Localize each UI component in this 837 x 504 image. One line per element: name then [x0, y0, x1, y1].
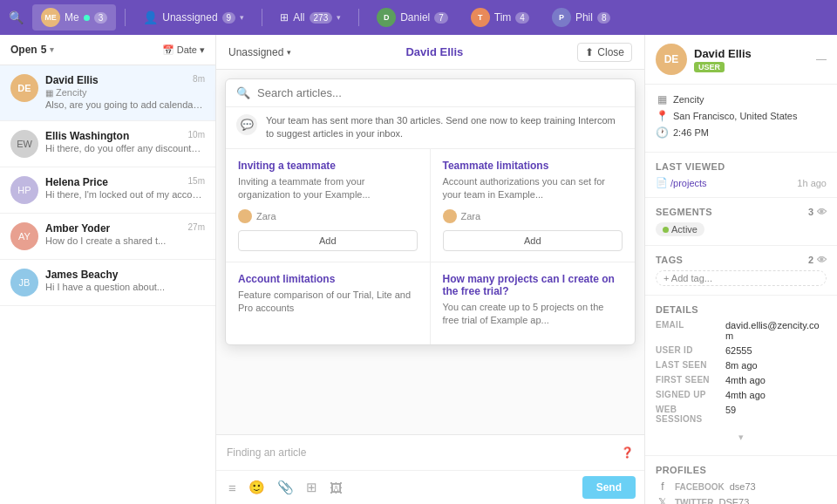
author-avatar — [238, 209, 252, 223]
signedup-label: SIGNED UP — [656, 390, 725, 399]
text-format-button[interactable]: ≡ — [225, 479, 240, 497]
emoji-button[interactable]: 🙂 — [245, 478, 269, 497]
lastseen-value: 8m ago — [725, 360, 758, 371]
nav-tab-phil-label: Phil — [575, 11, 593, 24]
add-tag-button[interactable]: + Add tag... — [656, 270, 827, 286]
article-title[interactable]: How many projects can I create on the fr… — [443, 273, 623, 297]
detail-lastseen-row: LAST SEEN 8m ago — [656, 360, 827, 371]
article-title[interactable]: Inviting a teammate — [238, 160, 418, 172]
nav-tab-unassigned-label: Unassigned — [162, 11, 217, 24]
tags-count: 2 👁 — [808, 255, 827, 265]
details-label: Details — [656, 304, 698, 315]
nav-avatar-me: ME — [41, 8, 60, 27]
nav-tab-tim[interactable]: T Tim 4 — [462, 4, 538, 31]
expand-details-button[interactable]: ▾ — [656, 428, 827, 446]
conversation-item[interactable]: AY Amber Yoder 27m How do I create a sha… — [0, 214, 215, 260]
last-viewed-path[interactable]: 📄 /projects — [656, 177, 707, 188]
chevron-down-icon-2: ▾ — [337, 13, 341, 22]
conversation-time: 27m — [188, 222, 205, 232]
detail-email-row: EMAIL david.ellis@zencity.com — [656, 320, 827, 341]
image-button[interactable]: 🖼 — [326, 479, 346, 497]
main-container: Open 5 ▾ 📅 Date ▾ DE David Ellis 8m — [0, 35, 837, 504]
conversation-item[interactable]: DE David Ellis 8m ▦ Zencity Also, are yo… — [0, 65, 215, 121]
company-icon: ▦ — [45, 88, 53, 98]
last-viewed-row: 📄 /projects 1h ago — [656, 177, 827, 188]
path-value: /projects — [670, 178, 707, 188]
attach-button[interactable]: 📎 — [274, 478, 297, 497]
article-add-button[interactable]: Add — [443, 230, 623, 251]
conversation-body: Helena Price 15m Hi there, I'm locked ou… — [45, 176, 205, 204]
time-value: 2:46 PM — [673, 127, 709, 138]
notice-text: Your team has sent more than 30 articles… — [266, 114, 624, 141]
chat-toolbar: ≡ 🙂 📎 ⊞ 🖼 Send — [216, 470, 644, 504]
calendar-icon: 📅 — [162, 44, 174, 56]
right-panel: DE David Ellis USER — ▦ Zencity 📍 San Fr… — [645, 35, 837, 504]
conversation-item[interactable]: HP Helena Price 15m Hi there, I'm locked… — [0, 167, 215, 214]
article-card: How many projects can I create on the fr… — [431, 262, 636, 345]
close-label: Close — [597, 46, 624, 58]
nav-tab-daniel[interactable]: D Daniel 7 — [368, 4, 457, 31]
gif-button[interactable]: ⊞ — [303, 478, 321, 497]
author-name: Zara — [256, 211, 276, 221]
avatar: HP — [10, 176, 38, 204]
article-search-input[interactable] — [257, 86, 624, 99]
date-filter[interactable]: 📅 Date ▾ — [162, 44, 205, 56]
segment-tag[interactable]: Active — [656, 222, 704, 236]
article-title[interactable]: Account limitations — [238, 273, 418, 285]
nav-tab-unassigned[interactable]: 👤 Unassigned 9 ▾ — [134, 7, 253, 28]
date-filter-label: Date — [177, 44, 197, 55]
nav-tab-phil[interactable]: P Phil 8 — [543, 4, 620, 31]
clock-icon: 🕐 — [656, 126, 668, 139]
sidebar-header: Open 5 ▾ 📅 Date ▾ — [0, 35, 215, 65]
chevron-down-icon-5: ▾ — [287, 48, 291, 57]
chat-tools: ≡ 🙂 📎 ⊞ 🖼 — [225, 478, 346, 497]
tag-dot — [663, 227, 669, 233]
conversation-header: Amber Yoder 27m — [45, 222, 205, 235]
twitter-icon: 𝕏 — [656, 496, 670, 504]
collapse-button[interactable]: — — [816, 53, 827, 65]
close-button[interactable]: ⬆ Close — [577, 43, 632, 62]
chevron-down-icon-3: ▾ — [50, 45, 54, 54]
article-title[interactable]: Teammate limitations — [443, 160, 623, 172]
nav-tab-tim-count: 4 — [515, 12, 529, 24]
nav-avatar-daniel: D — [377, 8, 396, 27]
conversation-preview: Hi there, do you offer any discounts to … — [45, 142, 205, 155]
profiles-title: Profiles — [656, 465, 827, 475]
nav-tab-me[interactable]: ME Me 3 — [32, 4, 116, 31]
user-name: David Ellis — [694, 47, 752, 60]
article-overlay: 🔍 💬 Your team has sent more than 30 arti… — [225, 78, 636, 345]
tag-label: Active — [671, 224, 698, 235]
chat-panel: Unassigned ▾ David Ellis ⬆ Close DE Hi t… — [216, 35, 645, 504]
sidebar-count: 5 — [41, 44, 47, 56]
nav-tab-all-label: All — [293, 11, 304, 24]
last-viewed-section: Last Viewed 📄 /projects 1h ago — [645, 153, 837, 198]
details-section: Details EMAIL david.ellis@zencity.com US… — [645, 296, 837, 456]
nav-avatar-phil: P — [552, 8, 571, 27]
conversation-item[interactable]: EW Ellis Washington 10m Hi there, do you… — [0, 121, 215, 167]
assign-dropdown[interactable]: Unassigned ▾ — [228, 46, 291, 58]
nav-tab-all[interactable]: ⊞ All 273 ▾ — [271, 8, 350, 27]
help-icon[interactable]: ❓ — [621, 446, 634, 459]
send-button[interactable]: Send — [582, 476, 636, 499]
conversation-item[interactable]: JB James Beachy Hi I have a question abo… — [0, 260, 215, 306]
top-nav: 🔍 ME Me 3 👤 Unassigned 9 ▾ ⊞ All 273 ▾ D… — [0, 0, 837, 35]
search-icon[interactable]: 🔍 — [9, 10, 24, 24]
tags-section: Tags 2 👁 + Add tag... — [645, 246, 837, 296]
sidebar-filter[interactable]: Open 5 ▾ — [10, 44, 54, 56]
right-header: DE David Ellis USER — — [645, 35, 837, 85]
nav-tab-daniel-label: Daniel — [400, 11, 430, 24]
profile-facebook-row: f FACEBOOK dse73 — [656, 480, 827, 493]
nav-divider — [125, 9, 126, 26]
article-add-button[interactable]: Add — [238, 230, 418, 251]
conversation-time: 15m — [188, 176, 205, 186]
signedup-value: 4mth ago — [725, 390, 766, 400]
article-card: Inviting a teammate Inviting a teammate … — [226, 149, 431, 262]
detail-firstseen-row: FIRST SEEN 4mth ago — [656, 375, 827, 385]
user-details: David Ellis USER — [694, 47, 752, 72]
nav-tab-unassigned-count: 9 — [222, 12, 236, 24]
company-icon: ▦ — [656, 93, 668, 106]
detail-signedup-row: SIGNED UP 4mth ago — [656, 390, 827, 400]
facebook-value: dse73 — [730, 481, 756, 492]
conversation-header: David Ellis 8m — [45, 74, 205, 86]
article-notice: 💬 Your team has sent more than 30 articl… — [226, 107, 635, 149]
